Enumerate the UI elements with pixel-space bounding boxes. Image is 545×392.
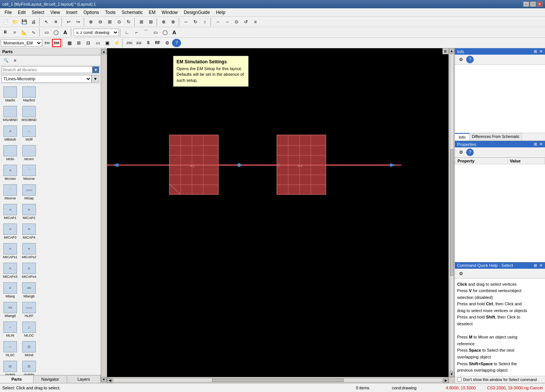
- props-settings-icon[interactable]: ⚙: [457, 149, 465, 156]
- wire-button[interactable]: →: [213, 18, 222, 26]
- tab-info[interactable]: Info: [455, 133, 470, 141]
- part-mclin[interactable]: Mclin: [1, 144, 19, 162]
- flip-button[interactable]: ↕: [200, 18, 209, 26]
- part-maclin[interactable]: Maclin: [1, 85, 19, 104]
- array-button[interactable]: ≡: [251, 18, 260, 26]
- part-msabnd[interactable]: MSABND: [1, 104, 19, 123]
- help-button[interactable]: ?: [172, 39, 181, 47]
- new-button[interactable]: 📄: [1, 18, 10, 26]
- part-mbstub[interactable]: ✕ MBstub: [1, 124, 19, 143]
- minimize-button[interactable]: ─: [523, 2, 529, 7]
- color-button[interactable]: ⚡: [112, 39, 121, 47]
- ellipse-button[interactable]: ◯: [160, 28, 169, 37]
- measure-button[interactable]: 📐: [20, 28, 29, 37]
- part-micapx2[interactable]: ≡ MICAPx2: [20, 242, 38, 260]
- cmd-settings-icon[interactable]: ⚙: [457, 270, 465, 277]
- part-micap1[interactable]: ≡ MICAP1: [1, 202, 19, 221]
- vscroll-down-button[interactable]: ▼: [449, 372, 454, 377]
- pin-button[interactable]: =: [10, 28, 19, 37]
- part-mlang6[interactable]: ≡≡ Mlang6: [20, 281, 38, 300]
- wave-button[interactable]: ∿: [29, 28, 38, 37]
- z50-button[interactable]: Z50: [125, 39, 134, 47]
- zoom-select-button[interactable]: ⊙: [115, 18, 124, 26]
- cmd-popout-button[interactable]: ⊞: [534, 263, 537, 268]
- parts-search-icon[interactable]: 🔍: [2, 57, 10, 64]
- delete-button[interactable]: ✕: [51, 18, 60, 26]
- vscroll-thumb[interactable]: [450, 149, 453, 276]
- vscroll-up-button[interactable]: ▲: [449, 48, 454, 54]
- info-help-icon[interactable]: ?: [466, 56, 474, 63]
- part-hlef[interactable]: ▭▭ HLEF: [20, 300, 38, 319]
- rect2-button[interactable]: ▭: [151, 28, 160, 37]
- props-close-button[interactable]: ✕: [539, 142, 543, 147]
- paste-button[interactable]: ⊕: [169, 18, 178, 26]
- em-linear-button[interactable]: EM: [43, 39, 52, 47]
- part-rindela[interactable]: ⊟ rindela: [1, 359, 19, 375]
- menu-options[interactable]: Options: [80, 9, 102, 16]
- menu-file[interactable]: File: [2, 9, 15, 16]
- angle-button[interactable]: ∟: [123, 28, 132, 37]
- em-settings-button[interactable]: EM: [52, 39, 61, 47]
- redo-button[interactable]: ↪: [74, 18, 83, 26]
- zoom-out-button[interactable]: ⊖: [96, 18, 105, 26]
- path-button[interactable]: ⌐: [132, 28, 141, 37]
- rect-draw-button[interactable]: ▭: [42, 28, 51, 37]
- via-button[interactable]: ▣: [103, 39, 112, 47]
- refresh-button[interactable]: ↻: [124, 18, 133, 26]
- search-input[interactable]: [2, 66, 92, 73]
- part-micapx4[interactable]: ≡ MICAPx4: [20, 261, 38, 280]
- part-mlang[interactable]: ≡ Mlang: [1, 281, 19, 300]
- menu-tools[interactable]: Tools: [102, 9, 119, 16]
- resistor-button[interactable]: R: [1, 28, 10, 37]
- menu-view[interactable]: View: [47, 9, 63, 16]
- part-mcorn[interactable]: Mcorn: [20, 144, 38, 162]
- parts-list-icon[interactable]: ≡: [11, 57, 19, 64]
- open-button[interactable]: 📁: [10, 18, 19, 26]
- layout-canvas-area[interactable]: x:1 x:4 EM Simulation Settings Opens the…: [107, 48, 454, 383]
- hscroll-left-button[interactable]: ◀: [107, 378, 112, 383]
- zoom-fit-button[interactable]: ⊞: [105, 18, 114, 26]
- part-mlang8[interactable]: ≡≡ Mlang8: [1, 300, 19, 319]
- part-mloc[interactable]: ⊥ MLOC: [20, 320, 38, 339]
- rf-button[interactable]: RF: [153, 39, 162, 47]
- info-popout-button[interactable]: ⊞: [534, 49, 537, 54]
- substrate-button[interactable]: ▦: [65, 39, 74, 47]
- part-mrind[interactable]: ⊟ Mrind: [20, 340, 38, 358]
- info-settings-icon[interactable]: ⚙: [457, 56, 465, 63]
- select-button[interactable]: ↖: [42, 18, 51, 26]
- spin-button[interactable]: ↺: [241, 18, 250, 26]
- menu-window[interactable]: Window: [159, 9, 181, 16]
- cmd-dont-show-checkbox[interactable]: [457, 377, 462, 382]
- route-button[interactable]: →: [223, 18, 232, 26]
- print-button[interactable]: 🖨: [29, 18, 38, 26]
- part-mgap[interactable]: ▭▭ MGap: [20, 183, 38, 202]
- maximize-button[interactable]: □: [530, 2, 536, 7]
- canvas-vscrollbar[interactable]: ▲ ▼: [448, 48, 454, 377]
- part-msobnd[interactable]: MSOBND: [20, 104, 38, 123]
- text2-button[interactable]: A: [170, 28, 179, 37]
- props-popout-button[interactable]: ⊞: [534, 142, 537, 147]
- circle-button[interactable]: ⊙: [232, 18, 241, 26]
- menu-em[interactable]: EM: [146, 9, 159, 16]
- grid-button[interactable]: ⊞: [146, 18, 155, 26]
- save-button[interactable]: 💾: [20, 18, 29, 26]
- rotate-button[interactable]: ↻: [191, 18, 200, 26]
- mirror-button[interactable]: ↔: [181, 18, 190, 26]
- part-maclin3[interactable]: Maclin3: [20, 85, 38, 104]
- copy-button[interactable]: ⊕: [159, 18, 168, 26]
- tab-layers[interactable]: Layers: [67, 375, 101, 383]
- vsep-up-button[interactable]: ▲: [101, 49, 107, 54]
- bound-button[interactable]: ▭: [93, 39, 102, 47]
- part-rindnbr[interactable]: ⊟ rindnbr: [20, 359, 38, 375]
- s-param-button[interactable]: S: [144, 39, 153, 47]
- layer-dropdown[interactable]: v, z cond: drawing: [74, 29, 119, 36]
- menu-help[interactable]: Help: [213, 9, 229, 16]
- close-button[interactable]: ✕: [537, 2, 543, 7]
- part-mcfil[interactable]: ─ Mcfil: [20, 124, 38, 143]
- em-settings2-button[interactable]: ⚙: [163, 39, 172, 47]
- arc-button[interactable]: ⌒: [141, 28, 150, 37]
- undo-button[interactable]: ↩: [64, 18, 73, 26]
- part-hlsc[interactable]: ─ HLSC: [1, 340, 19, 358]
- cmd-close-button[interactable]: ✕: [539, 263, 543, 268]
- snap-button[interactable]: ⊞: [137, 18, 146, 26]
